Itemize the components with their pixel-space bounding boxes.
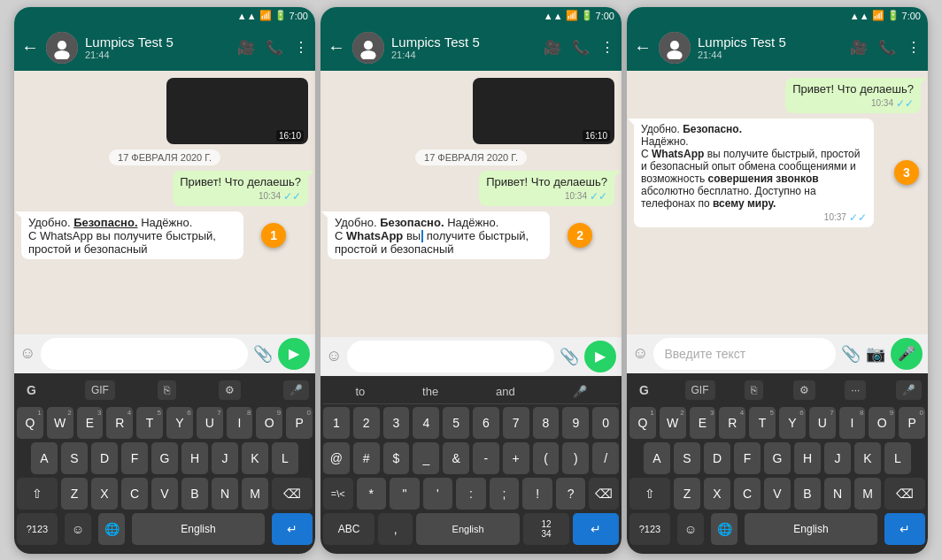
key-r-3[interactable]: R4: [719, 407, 745, 439]
key-n-1[interactable]: N: [212, 478, 238, 510]
key-n-3[interactable]: N: [824, 478, 851, 510]
key-l-1[interactable]: L: [272, 442, 298, 474]
key-e-3[interactable]: E3: [690, 407, 716, 439]
key-x-1[interactable]: X: [91, 478, 118, 510]
num-7[interactable]: 7: [503, 407, 529, 439]
key-o-3[interactable]: O9: [869, 407, 895, 439]
key-v-3[interactable]: V: [764, 478, 791, 510]
key-y-1[interactable]: Y6: [166, 407, 193, 439]
key-w-1[interactable]: W2: [47, 407, 73, 439]
suggest-2[interactable]: the: [422, 385, 438, 398]
back-button-1[interactable]: ←: [21, 37, 39, 58]
key-t-1[interactable]: T5: [136, 407, 163, 439]
back-button-3[interactable]: ←: [634, 37, 652, 58]
key-d-3[interactable]: D: [704, 442, 730, 474]
attach-icon-3[interactable]: 📎: [841, 344, 861, 364]
key-l-3[interactable]: L: [884, 442, 911, 474]
space-key-2[interactable]: English: [416, 513, 520, 545]
key-u-3[interactable]: U7: [809, 407, 836, 439]
key-v-1[interactable]: V: [151, 478, 178, 510]
key-h-3[interactable]: H: [794, 442, 821, 474]
key-x-3[interactable]: X: [704, 478, 730, 510]
backspace-key-1[interactable]: ⌫: [272, 478, 313, 510]
sym-minus[interactable]: -: [473, 442, 499, 474]
sym-bs[interactable]: ⌫: [589, 478, 619, 510]
sym-hash[interactable]: #: [353, 442, 380, 474]
key-o-1[interactable]: O9: [256, 407, 282, 439]
shift-key-1[interactable]: ⇧: [17, 478, 58, 510]
sym-excl[interactable]: !: [522, 478, 552, 510]
key-i-3[interactable]: I8: [839, 407, 866, 439]
key-z-1[interactable]: Z: [61, 478, 88, 510]
more-icon-2[interactable]: ⋮: [600, 39, 614, 56]
num-6[interactable]: 6: [473, 407, 499, 439]
clipboard-btn-3[interactable]: ⎘: [745, 380, 763, 400]
num-8[interactable]: 8: [533, 407, 560, 439]
sym-rparen[interactable]: ): [562, 442, 589, 474]
more-icon-1[interactable]: ⋮: [294, 39, 308, 56]
video-call-icon-1[interactable]: 🎥: [237, 39, 255, 56]
key-k-3[interactable]: K: [854, 442, 881, 474]
key-e-1[interactable]: E3: [77, 407, 104, 439]
sym-quote[interactable]: ": [390, 478, 420, 510]
key-h-1[interactable]: H: [181, 442, 208, 474]
key-b-1[interactable]: B: [181, 478, 208, 510]
gif-btn-3[interactable]: GIF: [685, 380, 715, 400]
key-k-1[interactable]: K: [242, 442, 268, 474]
key-s-3[interactable]: S: [674, 442, 700, 474]
num-9[interactable]: 9: [562, 407, 589, 439]
phone-call-icon-1[interactable]: 📞: [266, 39, 283, 56]
sym-quest[interactable]: ?: [556, 478, 586, 510]
sym-colon[interactable]: :: [456, 478, 486, 510]
num-3[interactable]: 3: [383, 407, 410, 439]
suggest-mic[interactable]: 🎤: [573, 385, 587, 398]
sym-at[interactable]: @: [323, 442, 350, 474]
num-5[interactable]: 5: [443, 407, 469, 439]
suggest-1[interactable]: to: [355, 385, 365, 398]
key-f-3[interactable]: F: [734, 442, 761, 474]
space-key-3[interactable]: English: [745, 513, 877, 545]
dotdot-btn-3[interactable]: ···: [845, 380, 866, 400]
key-y-3[interactable]: Y6: [779, 407, 806, 439]
sym-semi[interactable]: ;: [490, 478, 520, 510]
suggest-3[interactable]: and: [496, 385, 515, 398]
num-2[interactable]: 2: [353, 407, 380, 439]
attach-icon-1[interactable]: 📎: [253, 344, 273, 364]
emoji-icon-1[interactable]: ☺: [19, 344, 35, 363]
key-j-3[interactable]: J: [824, 442, 851, 474]
key-z-3[interactable]: Z: [674, 478, 700, 510]
key-g-1[interactable]: G: [151, 442, 178, 474]
emoji-key-1[interactable]: ☺: [65, 513, 91, 545]
more-icon-3[interactable]: ⋮: [907, 39, 921, 56]
key-c-3[interactable]: C: [734, 478, 761, 510]
numbers-key-3[interactable]: ?123: [629, 513, 670, 545]
key-b-3[interactable]: B: [794, 478, 821, 510]
sym-star[interactable]: *: [357, 478, 387, 510]
key-d-1[interactable]: D: [91, 442, 118, 474]
emoji-icon-3[interactable]: ☺: [632, 344, 648, 363]
sym-eq[interactable]: =\<: [323, 478, 353, 510]
sym-apos[interactable]: ': [423, 478, 453, 510]
key-p-3[interactable]: P0: [899, 407, 925, 439]
backspace-key-3[interactable]: ⌫: [884, 478, 925, 510]
globe-key-1[interactable]: 🌐: [98, 513, 125, 545]
enter-key-1[interactable]: ↵: [272, 513, 313, 545]
key-t-3[interactable]: T5: [749, 407, 776, 439]
num-0[interactable]: 0: [592, 407, 619, 439]
settings-btn-1[interactable]: ⚙: [219, 380, 241, 400]
key-w-3[interactable]: W2: [660, 407, 686, 439]
key-u-1[interactable]: U7: [197, 407, 223, 439]
num-key-1234[interactable]: 1234: [523, 513, 569, 545]
key-q-3[interactable]: Q1: [629, 407, 656, 439]
sym-slash[interactable]: /: [592, 442, 619, 474]
google-btn-3[interactable]: G: [633, 380, 655, 401]
video-call-icon-3[interactable]: 🎥: [850, 39, 868, 56]
camera-icon-3[interactable]: 📷: [866, 344, 885, 364]
send-btn-2[interactable]: ▶: [584, 341, 616, 372]
key-a-1[interactable]: A: [31, 442, 58, 474]
sym-dollar[interactable]: $: [383, 442, 410, 474]
phone-call-icon-2[interactable]: 📞: [572, 39, 590, 56]
key-m-3[interactable]: M: [854, 478, 881, 510]
sym-plus[interactable]: +: [503, 442, 529, 474]
key-i-1[interactable]: I8: [227, 407, 253, 439]
